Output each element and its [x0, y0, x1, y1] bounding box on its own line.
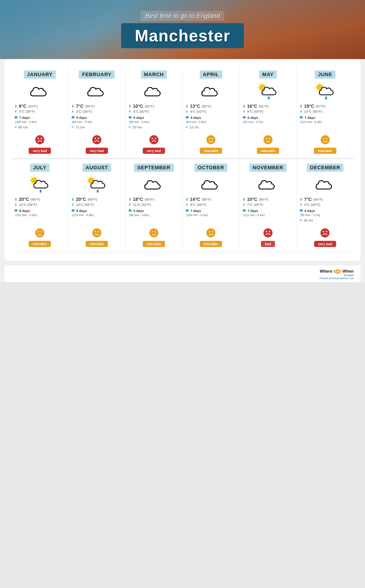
weather-icon: [28, 175, 51, 194]
thermometer-low-icon: 🌡: [185, 109, 189, 113]
rain-days: 4 days: [190, 116, 201, 119]
thermometer-icon: 🌡: [71, 104, 75, 108]
rain-detail: (131 mm - 5.2in): [15, 213, 65, 217]
svg-marker-74: [97, 189, 99, 191]
header-title-box: Manchester: [121, 23, 244, 48]
svg-point-47: [326, 138, 327, 139]
high-celsius: 14°C: [190, 197, 200, 202]
high-fahrenheit: (61°F): [259, 104, 268, 108]
rating-badge: tolerable: [143, 241, 165, 247]
rating-section: very bad: [314, 226, 336, 247]
svg-point-45: [321, 135, 330, 144]
rating-section: tolerable: [200, 226, 222, 247]
month-name: NOVEMBER: [249, 164, 286, 172]
rain-days: 6 days: [133, 116, 144, 119]
rain-days: 7 days: [305, 116, 315, 119]
svg-point-46: [323, 138, 324, 139]
month-name: APRIL: [200, 70, 222, 79]
svg-marker-29: [268, 96, 270, 98]
brand-where: Where: [320, 269, 333, 274]
rating-face: [92, 228, 102, 240]
rain-detail: (63 mm - 2.5in): [186, 120, 237, 124]
low-temp: 9°C (49°F): [190, 203, 206, 207]
month-cell-october: OCTOBER 🌡 14°C (58°F) 🌡 9°C (49°F) 🌧 7 d…: [182, 159, 239, 252]
svg-point-84: [209, 231, 210, 232]
weather-icon: [314, 82, 337, 100]
svg-line-42: [316, 90, 316, 91]
rating-section: very bad: [29, 132, 51, 154]
temp-high: 🌡 14°C (58°F): [185, 197, 237, 202]
rain-icon: 🌧: [128, 208, 132, 213]
month-name: JUNE: [315, 70, 336, 79]
rain-row: 🌧 7 days: [14, 115, 65, 120]
low-temp: 6°C (43°F): [190, 110, 206, 113]
rain-days: 7 days: [190, 209, 201, 213]
svg-point-75: [92, 228, 101, 237]
snow-value: 36 cm: [304, 218, 313, 222]
svg-point-79: [149, 228, 158, 237]
rain-icon: 🌧: [185, 115, 189, 120]
rain-days: 6 days: [247, 116, 258, 119]
high-fahrenheit: (45°F): [85, 104, 95, 108]
temp-section: 🌡 10°C (50°F) 🌡 4°C (40°F) 🌧 6 days (86 …: [128, 104, 180, 131]
snow-icon: ❄: [128, 125, 131, 129]
svg-point-61: [38, 231, 39, 232]
temp-high: 🌡 19°C (67°F): [299, 104, 351, 109]
rain-detail: (111 mm - 4.4in): [243, 213, 294, 217]
svg-point-85: [212, 231, 213, 232]
high-fahrenheit: (56°F): [202, 104, 211, 108]
svg-line-24: [259, 84, 259, 84]
svg-point-60: [35, 228, 44, 237]
thermometer-icon: 🌡: [242, 104, 246, 108]
thermometer-icon: 🌡: [299, 197, 303, 201]
rating-face: [320, 135, 330, 147]
snow-value: 20 cm: [133, 125, 142, 129]
thermometer-icon: 🌡: [185, 104, 189, 108]
weather-icon: [257, 82, 279, 100]
weather-icon: [142, 175, 165, 194]
rain-detail: (100 mm - 3.9in): [15, 120, 65, 124]
rain-days: 5 days: [76, 116, 87, 119]
month-cell-april: APRIL 🌡 13°C (56°F) 🌡 6°C (43°F) 🌧 4 day…: [182, 66, 239, 159]
thermometer-icon: 🌡: [14, 104, 18, 108]
weather-icon: [142, 82, 165, 100]
temp-low: 🌡 14°C (58°F): [14, 202, 65, 207]
temp-high: 🌡 16°C (61°F): [242, 104, 294, 109]
high-celsius: 19°C: [304, 104, 314, 109]
rating-face: [263, 135, 273, 147]
low-temp: 9°C (49°F): [247, 110, 263, 113]
rain-icon: 🌧: [185, 208, 189, 213]
rain-row: 🌧 6 days: [128, 115, 180, 120]
month-cell-november: NOVEMBER 🌡 10°C (50°F) 🌡 7°C (45°F) 🌧 7 …: [239, 159, 297, 252]
rating-face: [149, 228, 159, 240]
svg-point-32: [269, 138, 270, 139]
rain-icon: 🌧: [242, 115, 246, 120]
month-name: MAY: [259, 70, 277, 79]
rating-badge: very bad: [143, 148, 165, 154]
rating-badge: very bad: [86, 148, 108, 154]
header-subtitle: Best time to go to England: [141, 11, 224, 21]
thermometer-low-icon: 🌡: [242, 202, 246, 207]
high-celsius: 18°C: [133, 197, 143, 202]
svg-line-26: [266, 84, 266, 84]
footer-brand: Where and When to travel: [5, 269, 354, 277]
svg-point-83: [206, 228, 216, 237]
thermometer-low-icon: 🌡: [14, 109, 18, 113]
temp-high: 🌡 6°C (43°F): [14, 104, 65, 109]
high-celsius: 20°C: [76, 197, 86, 202]
high-fahrenheit: (43°F): [28, 104, 38, 108]
thermometer-icon: 🌡: [299, 104, 303, 108]
snow-row: ❄ 85 cm: [14, 125, 65, 129]
rain-detail: (106 mm - 4.2in): [186, 213, 237, 217]
page-wrapper: Best time to go to England Manchester JA…: [0, 0, 365, 282]
month-name: SEPTEMBER: [134, 164, 174, 172]
thermometer-low-icon: 🌡: [242, 109, 246, 113]
temp-low: 🌡 13°C (56°F): [299, 109, 351, 113]
main-content: JANUARY 🌡 6°C (43°F) 🌡 3°C (38°F) 🌧 7 da…: [5, 59, 360, 261]
temp-low: 🌡 9°C (49°F): [242, 109, 294, 113]
temp-high: 🌡 10°C (50°F): [242, 197, 294, 202]
rating-badge: tolerable: [200, 148, 222, 154]
weather-icon: [85, 175, 108, 194]
rain-detail: (95 mm - 3.7in): [300, 213, 351, 217]
svg-line-69: [87, 177, 88, 177]
